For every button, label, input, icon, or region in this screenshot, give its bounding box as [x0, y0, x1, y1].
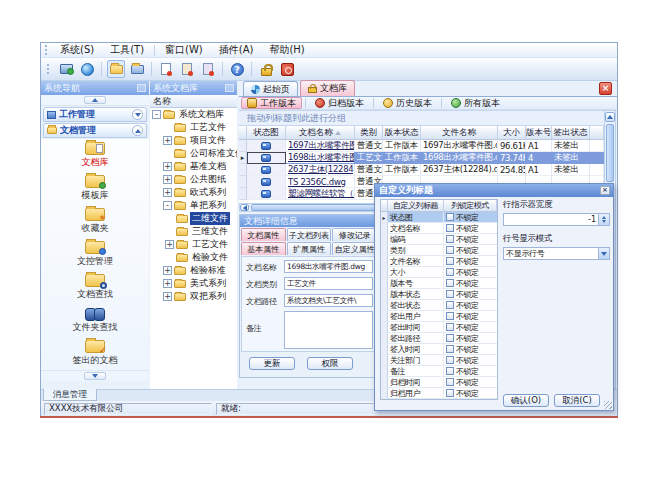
spinner-arrows-icon[interactable]: [598, 214, 609, 225]
open-folder-icon[interactable]: [107, 60, 125, 78]
new-doc-icon[interactable]: [157, 60, 175, 78]
col-version-state[interactable]: 版本状态: [383, 126, 421, 140]
group-by-drop-zone[interactable]: 拖动列标题到此进行分组: [239, 110, 605, 126]
dialog-row[interactable]: 签出时间不锁定: [381, 322, 497, 333]
tree-node[interactable]: +欧式系列: [150, 186, 237, 199]
work-version-button[interactable]: 工作版本: [241, 97, 302, 109]
col-version[interactable]: 版本号: [526, 126, 552, 140]
tab-extended-properties[interactable]: 扩展属性: [287, 242, 332, 255]
lock-checkbox[interactable]: [446, 323, 454, 331]
expander-icon[interactable]: +: [163, 136, 172, 145]
lock-checkbox[interactable]: [446, 367, 454, 375]
tree-node[interactable]: +双把系列: [150, 290, 237, 303]
dialog-row[interactable]: 版本状态不锁定: [381, 289, 497, 300]
resize-grip[interactable]: [604, 401, 612, 409]
col-lock-mode[interactable]: 列锁定模式: [444, 200, 497, 212]
dialog-row[interactable]: 备注不锁定: [381, 366, 497, 377]
tree-node-selected[interactable]: 二维文件: [150, 212, 237, 225]
tree-node[interactable]: +检验标准: [150, 264, 237, 277]
tree-column-header[interactable]: 名称: [150, 95, 237, 108]
dialog-row[interactable]: 类别不锁定: [381, 245, 497, 256]
update-button[interactable]: 更新: [249, 357, 295, 370]
lock-checkbox[interactable]: [446, 312, 454, 320]
doc-path-field[interactable]: 系统文档夹\工艺文件\: [284, 294, 373, 307]
col-file-name[interactable]: 文件名称: [421, 126, 498, 140]
lock-checkbox[interactable]: [446, 224, 454, 232]
all-versions-button[interactable]: 所有版本: [445, 97, 506, 109]
tab-subdoc-list[interactable]: 子文档列表: [287, 228, 332, 241]
lock-checkbox[interactable]: [446, 389, 454, 397]
dialog-row[interactable]: 签出状态不锁定: [381, 300, 497, 311]
menu-help[interactable]: 帮助(H): [261, 43, 312, 57]
monitor-icon[interactable]: [57, 60, 75, 78]
expander-icon[interactable]: +: [163, 162, 172, 171]
globe-icon[interactable]: [78, 60, 96, 78]
dialog-row[interactable]: 文件名称不锁定: [381, 256, 497, 267]
nav-item-favorites[interactable]: ★ 收藏夹: [41, 205, 149, 238]
nav-group-work[interactable]: 工作管理: [43, 107, 147, 122]
nav-item-doc-search[interactable]: 文档查找: [41, 271, 149, 304]
scroll-left-arrow[interactable]: [240, 204, 249, 211]
lock-checkbox[interactable]: [446, 290, 454, 298]
permission-button[interactable]: 权限: [307, 357, 353, 370]
tab-basic-properties[interactable]: 基本属性: [241, 242, 286, 255]
lock-checkbox[interactable]: [446, 279, 454, 287]
lock-icon[interactable]: [257, 60, 275, 78]
dialog-row[interactable]: 签出路径不锁定: [381, 333, 497, 344]
cancel-button[interactable]: 取消(C): [554, 394, 600, 407]
lock-checkbox[interactable]: [446, 345, 454, 353]
tree-node[interactable]: +项目文件: [150, 134, 237, 147]
scrollbar-thumb[interactable]: [606, 124, 614, 182]
col-doc-name[interactable]: 文档名称: [286, 126, 355, 140]
tree-node[interactable]: -系统文档库: [150, 108, 237, 121]
dialog-row[interactable]: ▸状态图不锁定: [381, 212, 497, 223]
col-category[interactable]: 类别: [355, 126, 383, 140]
tree-node[interactable]: -单把系列: [150, 199, 237, 212]
nav-scroll-up[interactable]: [41, 95, 149, 106]
remark-textarea[interactable]: [284, 311, 373, 349]
tab-document-library[interactable]: 文档库: [300, 80, 355, 96]
lock-checkbox[interactable]: [446, 235, 454, 243]
col-status-icon[interactable]: 状态图: [247, 126, 286, 140]
scroll-up-arrow[interactable]: [605, 112, 615, 122]
dialog-row[interactable]: 归档时间不锁定: [381, 377, 497, 388]
tree-node[interactable]: +工艺文件: [150, 238, 237, 251]
lock-checkbox[interactable]: [446, 257, 454, 265]
doc-name-field[interactable]: 1698出水嘴零件图.dwg: [284, 260, 373, 273]
nav-item-doclib[interactable]: 文档库: [41, 139, 149, 172]
tree-node[interactable]: +美式系列: [150, 277, 237, 290]
expander-icon[interactable]: +: [163, 292, 172, 301]
nav-item-checked-out[interactable]: ✓ 签出的文档: [41, 337, 149, 370]
dialog-row[interactable]: 版本号不锁定: [381, 278, 497, 289]
tree-node[interactable]: 工艺文件: [150, 121, 237, 134]
exit-icon[interactable]: [278, 60, 296, 78]
doc-category-field[interactable]: 工艺文件: [284, 277, 373, 290]
expander-icon[interactable]: +: [163, 266, 172, 275]
tree-node[interactable]: 检验文件: [150, 251, 237, 264]
menu-system[interactable]: 系统(S): [52, 43, 102, 57]
lock-checkbox[interactable]: [446, 213, 454, 221]
expander-icon[interactable]: +: [163, 279, 172, 288]
expander-icon[interactable]: +: [165, 240, 174, 249]
dialog-row[interactable]: 文档名称不锁定: [381, 223, 497, 234]
table-row-selected[interactable]: ▸ 1698出水嘴零件图.dwg 工艺文件 工作版本 1698出水嘴零件图.dw…: [239, 152, 604, 164]
table-row[interactable]: 1697出水嘴零件图.dwg 普通文档 工作版本 1697出水嘴零件图.dwg …: [239, 140, 604, 152]
tree-node[interactable]: +公共图纸: [150, 173, 237, 186]
lock-checkbox[interactable]: [446, 246, 454, 254]
dialog-title-bar[interactable]: 自定义列标题: [375, 184, 613, 197]
dialog-row[interactable]: 签出用户不锁定: [381, 311, 497, 322]
tab-custom-properties[interactable]: 自定义属性: [332, 242, 377, 255]
close-icon[interactable]: [600, 186, 610, 195]
doc-alert-icon[interactable]: [178, 60, 196, 78]
doc-mail-icon[interactable]: [199, 60, 217, 78]
help-icon[interactable]: [228, 60, 246, 78]
col-size[interactable]: 大小: [498, 126, 526, 140]
pin-icon[interactable]: [225, 84, 234, 92]
message-manager-tab[interactable]: 消息管理: [43, 389, 97, 401]
lock-checkbox[interactable]: [446, 301, 454, 309]
tab-doc-properties[interactable]: 文档属性: [241, 228, 286, 241]
nav-item-template[interactable]: 模板库: [41, 172, 149, 205]
indicator-width-stepper[interactable]: -1: [503, 213, 610, 226]
menu-tools[interactable]: 工具(T): [102, 43, 152, 57]
tab-start-page[interactable]: 起始页: [243, 81, 298, 96]
